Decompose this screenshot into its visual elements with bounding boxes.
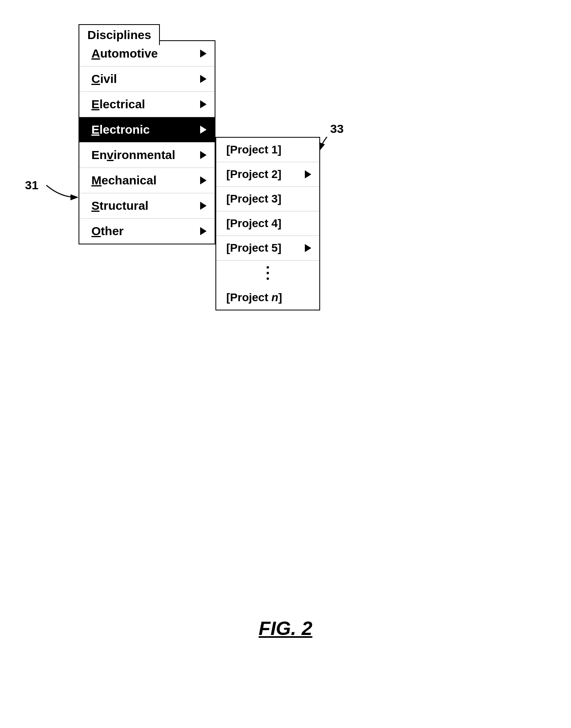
submenu-arrow-icon: [200, 151, 207, 159]
submenu-arrow-icon: [200, 50, 207, 58]
menu-item-label: Structural: [91, 199, 149, 213]
menu-item-electrical[interactable]: Electrical: [79, 92, 215, 117]
project-item-2[interactable]: [Project 2]: [216, 162, 319, 187]
menu-item-label: Mechanical: [91, 174, 157, 187]
continuation-dots: [216, 261, 319, 285]
project-item-3[interactable]: [Project 3]: [216, 187, 319, 211]
menu-item-label: Electronic: [91, 123, 150, 136]
underline-char: C: [91, 72, 100, 85]
underline-char: S: [91, 199, 99, 212]
menu-item-structural[interactable]: Structural: [79, 193, 215, 219]
underline-char: E: [91, 123, 99, 136]
annotation-31-label: 31: [25, 178, 38, 192]
project-label: [Project 1]: [226, 143, 281, 156]
submenu-arrow-icon: [200, 202, 207, 210]
underline-char: E: [91, 97, 99, 111]
underline-char: A: [91, 47, 100, 60]
annotation-33-label: 33: [330, 122, 343, 135]
dot-2: [267, 272, 269, 274]
project-label: [Project 2]: [226, 168, 281, 181]
menu-item-civil[interactable]: Civil: [79, 66, 215, 92]
project-label: [Project 5]: [226, 242, 281, 254]
underline-char: M: [91, 174, 101, 187]
project-item-1[interactable]: [Project 1]: [216, 138, 319, 162]
project-item-5[interactable]: [Project 5]: [216, 236, 319, 261]
disciplines-menu: Automotive Civil Electrical Electronic E…: [79, 40, 215, 244]
submenu-arrow-icon: [200, 176, 207, 184]
submenu-arrow-icon: [305, 170, 311, 178]
project-label: [Project n]: [226, 291, 282, 304]
menu-item-electronic[interactable]: Electronic: [79, 117, 215, 143]
figure-caption: FIG. 2: [259, 617, 312, 639]
dot-1: [267, 266, 269, 269]
submenu-arrow-icon: [200, 75, 207, 83]
menu-item-mechanical[interactable]: Mechanical: [79, 168, 215, 193]
disciplines-label: Disciplines: [87, 28, 151, 41]
menu-item-label: Environmental: [91, 148, 175, 162]
project-label: [Project 4]: [226, 217, 281, 230]
disciplines-tab-header: Disciplines: [79, 24, 160, 45]
underline-char: v: [107, 148, 114, 161]
menu-item-label: Automotive: [91, 47, 158, 60]
submenu-arrow-icon: [200, 126, 207, 134]
menu-item-environmental[interactable]: Environmental: [79, 143, 215, 168]
submenu-arrow-icon: [200, 227, 207, 235]
project-label: [Project 3]: [226, 192, 281, 205]
menu-item-other[interactable]: Other: [79, 219, 215, 244]
dot-3: [267, 277, 269, 280]
submenu-arrow-icon: [200, 100, 207, 108]
underline-char: O: [91, 224, 101, 238]
project-item-n[interactable]: [Project n]: [216, 285, 319, 310]
menu-item-label: Electrical: [91, 97, 145, 111]
menu-item-label: Other: [91, 224, 124, 238]
project-item-4[interactable]: [Project 4]: [216, 211, 319, 236]
submenu-arrow-icon: [305, 244, 311, 252]
menu-item-label: Civil: [91, 72, 117, 86]
projects-menu: [Project 1] [Project 2] [Project 3] [Pro…: [215, 137, 320, 310]
